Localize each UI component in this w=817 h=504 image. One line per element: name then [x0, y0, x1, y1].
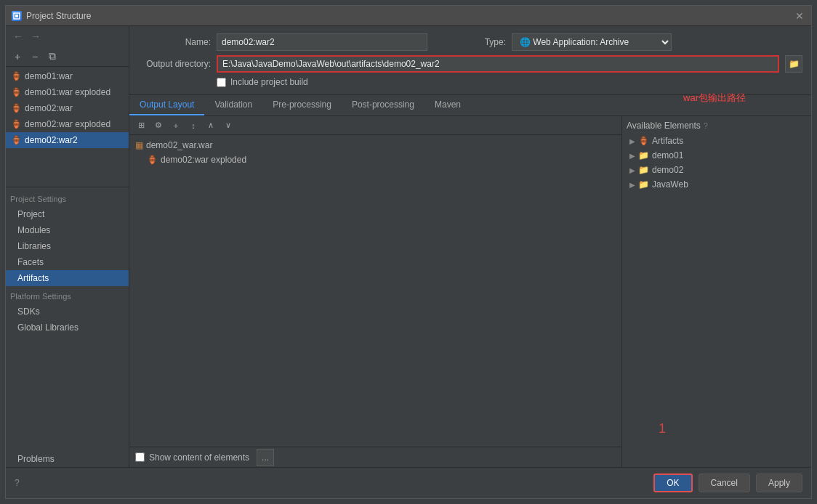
dialog-title: Project Structure [26, 11, 91, 21]
sidebar-toolbar: + − ⧉ [6, 46, 129, 67]
ok-button[interactable]: OK [653, 473, 692, 492]
tree-item-demo01-war-exploded[interactable]: 🏺 demo01:war exploded [6, 84, 129, 100]
tree-item-demo01-war[interactable]: 🏺 demo01:war [6, 68, 129, 84]
war-annotation: war包输出路径 [683, 92, 746, 105]
nav-toolbar: ← → [6, 26, 129, 46]
number-annotation: 1 [659, 421, 666, 436]
copy-artifact-button[interactable]: ⧉ [45, 49, 60, 64]
sidebar-item-sdks[interactable]: SDKs [6, 304, 129, 320]
exploded-file-icon: 🏺 [147, 155, 158, 165]
war-icon: 🏺 [10, 70, 22, 82]
folder-icon-demo01: 📁 [638, 150, 649, 160]
war-icon-3: 🏺 [10, 134, 22, 146]
chevron-icon: ▶ [629, 137, 635, 145]
show-content-checkbox[interactable] [135, 452, 145, 462]
tab-post-processing[interactable]: Post-processing [342, 95, 424, 115]
apply-button[interactable]: Apply [756, 473, 802, 492]
back-button[interactable]: ← [10, 29, 26, 44]
layout-btn-settings[interactable]: ⚙ [151, 118, 166, 133]
layout-btn-add[interactable]: + [169, 118, 183, 133]
layout-item-exploded[interactable]: 🏺 demo02:war exploded [129, 153, 621, 167]
include-project-build-checkbox[interactable] [217, 78, 226, 87]
exploded-icon-2: 🏺 [10, 118, 22, 130]
layout-btn-down[interactable]: ∨ [221, 118, 236, 133]
show-content-label[interactable]: Show content of elements [149, 452, 249, 463]
artifacts-icon: 🏺 [638, 136, 649, 146]
available-elements-pane: Available Elements ? ▶ 🏺 Artifacts ▶ 📁 d… [622, 116, 811, 467]
tab-validation[interactable]: Validation [204, 95, 262, 115]
chevron-icon-4: ▶ [629, 181, 635, 189]
tab-output-layout[interactable]: Output Layout [129, 95, 204, 115]
layout-left-pane: ⊞ ⚙ + ↕ ∧ ∨ ▦ demo02_war.war [129, 116, 622, 467]
layout-toolbar: ⊞ ⚙ + ↕ ∧ ∨ [129, 116, 621, 135]
available-help-icon[interactable]: ? [704, 121, 708, 130]
project-settings-header: Project Settings [6, 192, 129, 206]
forward-button[interactable]: → [28, 29, 44, 44]
layout-item-war[interactable]: ▦ demo02_war.war [129, 138, 621, 153]
artifact-tree: 🏺 demo01:war 🏺 demo01:war exploded 🏺 dem… [6, 67, 129, 185]
remove-artifact-button[interactable]: − [28, 49, 42, 64]
cancel-button[interactable]: Cancel [699, 473, 750, 492]
sidebar-item-libraries[interactable]: Libraries [6, 238, 129, 254]
chevron-icon-2: ▶ [629, 152, 635, 160]
artifact-header: Name: Type: 🌐 Web Application: Archive O… [129, 26, 811, 95]
dialog-footer: ? OK Cancel Apply [6, 467, 811, 498]
name-input[interactable] [217, 33, 427, 51]
tab-maven[interactable]: Maven [424, 95, 471, 115]
title-bar: Project Structure ✕ [6, 6, 811, 26]
show-content-button[interactable]: ... [257, 449, 274, 466]
available-tree: ▶ 🏺 Artifacts ▶ 📁 demo01 ▶ 📁 demo [627, 134, 807, 463]
sidebar-item-modules[interactable]: Modules [6, 222, 129, 238]
folder-icon-demo02: 📁 [638, 165, 649, 175]
type-label: Type: [433, 37, 506, 47]
layout-btn-grid[interactable]: ⊞ [134, 118, 148, 133]
tree-item-demo02-war2[interactable]: 🏺 demo02:war2 [6, 132, 129, 148]
avail-item-javaweb[interactable]: ▶ 📁 JavaWeb [627, 177, 807, 192]
sidebar-item-problems[interactable]: Problems [6, 451, 129, 467]
war-icon-2: 🏺 [10, 102, 22, 114]
folder-icon-javaweb: 📁 [638, 179, 649, 190]
platform-settings-header: Platform Settings [6, 289, 129, 304]
avail-item-demo02[interactable]: ▶ 📁 demo02 [627, 163, 807, 177]
layout-bottom: Show content of elements ... [129, 447, 621, 467]
exploded-icon: 🏺 [10, 86, 22, 98]
type-select[interactable]: 🌐 Web Application: Archive [512, 33, 672, 51]
chevron-icon-3: ▶ [629, 166, 635, 174]
output-directory-label: Output directory: [138, 59, 211, 69]
close-button[interactable]: ✕ [794, 10, 805, 22]
browse-button[interactable]: 📁 [785, 55, 802, 73]
main-panel: Name: Type: 🌐 Web Application: Archive O… [129, 26, 811, 467]
help-button[interactable]: ? [15, 478, 20, 488]
name-label: Name: [138, 37, 211, 47]
sidebar-item-project[interactable]: Project [6, 206, 129, 222]
layout-tree: ▦ demo02_war.war 🏺 demo02:war exploded [129, 135, 621, 447]
tab-pre-processing[interactable]: Pre-processing [262, 95, 342, 115]
tab-content: ⊞ ⚙ + ↕ ∧ ∨ ▦ demo02_war.war [129, 116, 811, 467]
app-icon [12, 11, 22, 21]
svg-rect-1 [15, 15, 18, 17]
tree-item-demo02-war-exploded[interactable]: 🏺 demo02:war exploded [6, 116, 129, 132]
include-project-build-label[interactable]: Include project build [230, 77, 308, 87]
add-artifact-button[interactable]: + [10, 49, 25, 64]
layout-btn-up[interactable]: ∧ [204, 118, 218, 133]
avail-item-artifacts[interactable]: ▶ 🏺 Artifacts [627, 134, 807, 148]
sidebar-item-facets[interactable]: Facets [6, 254, 129, 270]
output-directory-input[interactable] [217, 55, 779, 73]
tree-item-demo02-war[interactable]: 🏺 demo02:war [6, 100, 129, 116]
sidebar-item-artifacts[interactable]: Artifacts [6, 270, 129, 286]
sidebar: ← → + − ⧉ 🏺 demo01:war 🏺 demo01:war expl… [6, 26, 129, 467]
layout-btn-sort[interactable]: ↕ [186, 118, 201, 133]
war-file-icon: ▦ [135, 140, 143, 150]
sidebar-item-global-libraries[interactable]: Global Libraries [6, 320, 129, 336]
available-elements-header: Available Elements ? [627, 121, 807, 131]
avail-item-demo01[interactable]: ▶ 📁 demo01 [627, 148, 807, 163]
